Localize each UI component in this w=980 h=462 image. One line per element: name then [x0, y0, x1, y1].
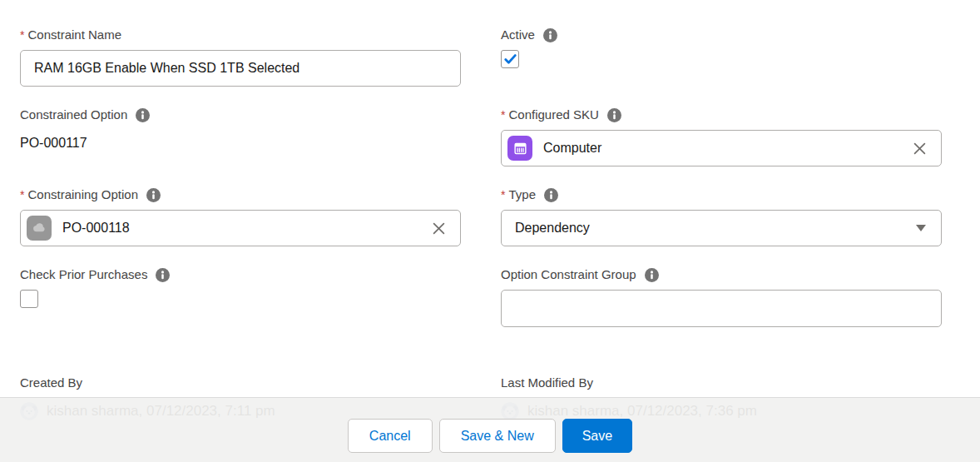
option-constraint-group-label-row: Option Constraint Group [501, 266, 942, 283]
created-by-label: Created By [20, 375, 461, 391]
field-active: Active [501, 27, 942, 68]
constrained-option-label-row: Constrained Option [20, 107, 461, 123]
field-configured-sku: * Configured SKU Computer [501, 107, 942, 166]
info-icon[interactable] [607, 108, 621, 122]
last-modified-by-label: Last Modified By [501, 375, 942, 391]
record-icon [27, 216, 52, 241]
constrained-option-label: Constrained Option [20, 107, 127, 123]
required-marker: * [501, 186, 505, 203]
checkmark-icon [504, 54, 517, 64]
field-constraint-name: * Constraint Name [20, 27, 461, 87]
required-marker: * [20, 186, 24, 203]
type-select[interactable]: Dependency [501, 210, 942, 246]
field-constraining-option: * Constraining Option PO-000118 [20, 186, 461, 246]
chevron-down-icon [916, 225, 926, 231]
constraint-name-label: Constraint Name [27, 27, 121, 43]
constrained-option-value: PO-000117 [20, 136, 461, 151]
info-icon[interactable] [156, 268, 170, 282]
action-footer: Cancel Save & New Save [0, 397, 980, 462]
clear-icon[interactable] [910, 139, 929, 158]
type-label-row: * Type [501, 186, 942, 203]
check-prior-purchases-label: Check Prior Purchases [20, 266, 147, 283]
type-label: Type [508, 186, 536, 203]
active-checkbox[interactable] [501, 50, 519, 68]
info-icon[interactable] [544, 188, 558, 202]
info-icon[interactable] [645, 268, 659, 282]
active-label-row: Active [501, 27, 942, 43]
field-option-constraint-group: Option Constraint Group [501, 266, 942, 327]
configured-sku-value: Computer [543, 141, 899, 156]
configured-sku-label: Configured SKU [508, 107, 598, 123]
field-check-prior-purchases: Check Prior Purchases [20, 266, 461, 311]
option-constraint-group-label: Option Constraint Group [501, 266, 636, 283]
constraining-option-value: PO-000118 [62, 221, 418, 236]
configured-sku-lookup[interactable]: Computer [501, 130, 942, 166]
type-selected-value: Dependency [515, 221, 590, 236]
save-and-new-button[interactable]: Save & New [439, 419, 556, 453]
save-button[interactable]: Save [562, 419, 632, 453]
info-icon[interactable] [543, 28, 557, 42]
constraining-option-label-row: * Constraining Option [20, 186, 461, 203]
edit-form: * Constraint Name Active Constrained Opt… [0, 0, 980, 327]
constraint-name-input[interactable] [20, 50, 461, 87]
option-constraint-group-input[interactable] [501, 290, 942, 327]
required-marker: * [501, 107, 505, 123]
constraint-name-label-row: * Constraint Name [20, 27, 461, 43]
active-label: Active [501, 27, 535, 43]
product-icon [507, 136, 532, 161]
field-constrained-option: Constrained Option PO-000117 [20, 107, 461, 151]
check-prior-purchases-label-row: Check Prior Purchases [20, 266, 461, 283]
clear-icon[interactable] [429, 219, 448, 238]
constraining-option-label: Constraining Option [27, 186, 138, 203]
field-type: * Type Dependency [501, 186, 942, 246]
configured-sku-label-row: * Configured SKU [501, 107, 942, 123]
constraining-option-lookup[interactable]: PO-000118 [20, 210, 461, 246]
info-icon[interactable] [146, 188, 161, 202]
info-icon[interactable] [136, 108, 150, 122]
required-marker: * [20, 27, 24, 43]
check-prior-purchases-checkbox[interactable] [20, 290, 38, 308]
cancel-button[interactable]: Cancel [348, 419, 433, 453]
